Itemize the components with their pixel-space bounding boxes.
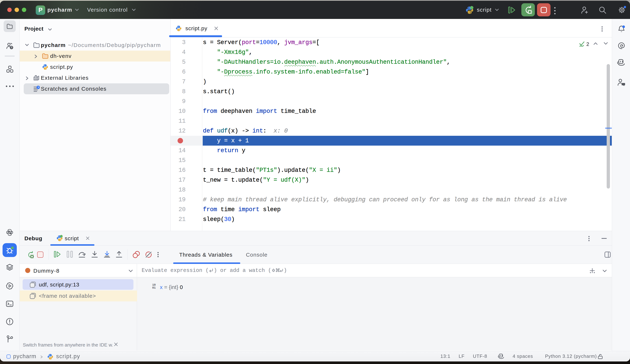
svg-text:?: ?: [10, 46, 12, 49]
